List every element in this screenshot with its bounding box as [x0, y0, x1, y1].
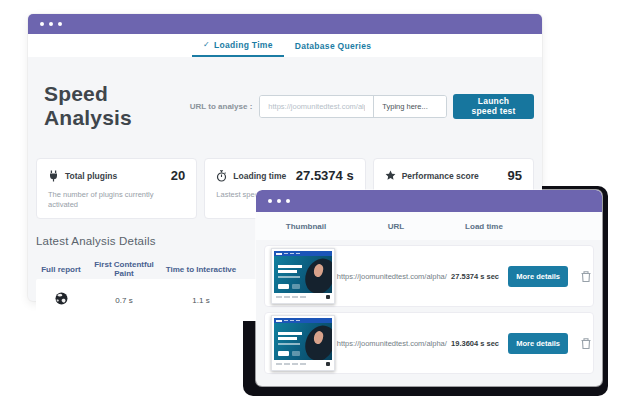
column-header: URL: [338, 222, 454, 231]
trash-icon[interactable]: [579, 269, 593, 284]
result-url: https://joomunitedtest.com/alpha/: [337, 272, 447, 281]
result-url: https://joomunitedtest.com/alpha/: [337, 339, 447, 348]
result-load-time: 19.3604 s sec: [447, 339, 503, 348]
tab-label: Loading Time: [214, 40, 273, 50]
tab-label: Database Queries: [295, 41, 372, 51]
check-icon: ✓: [203, 40, 210, 49]
result-row[interactable]: https://joomunitedtest.com/alpha/ 19.360…: [264, 312, 594, 374]
page: ✓ Loading Time Database Queries Speed An…: [0, 0, 630, 401]
window-dot: [40, 22, 44, 26]
window2-titlebar: [256, 190, 602, 212]
window-dot: [58, 22, 62, 26]
stopwatch-icon: [216, 170, 227, 182]
tab-loading-time[interactable]: ✓ Loading Time: [192, 34, 284, 57]
more-details-button[interactable]: More details: [508, 333, 568, 354]
result-load-time: 27.5374 s sec: [447, 272, 503, 281]
window-dot: [286, 199, 290, 203]
card-title: Loading time: [233, 171, 286, 181]
tti-value: 1.1 s: [162, 296, 240, 305]
card-value: 20: [171, 168, 185, 183]
site-thumbnail[interactable]: [271, 248, 335, 304]
column-header: Time to Interactive: [162, 265, 240, 274]
result-row[interactable]: https://joomunitedtest.com/alpha/ 27.537…: [264, 245, 594, 307]
card-title: Performance score: [402, 171, 479, 181]
plug-icon: [48, 170, 59, 182]
stat-card-total-plugins: Total plugins 20 The number of plugins c…: [36, 158, 197, 219]
fcp-value: 0.7 s: [86, 296, 162, 305]
page-title: Speed Analysis: [44, 82, 163, 130]
card-value: 95: [508, 168, 522, 183]
card-title: Total plugins: [65, 171, 117, 181]
column-header: Full report: [36, 265, 86, 274]
card-value: 27.5374 s: [296, 168, 354, 183]
more-details-button[interactable]: More details: [508, 266, 568, 287]
launch-speed-test-button[interactable]: Launch speed test: [453, 94, 534, 119]
tab-bar: ✓ Loading Time Database Queries: [28, 34, 542, 57]
typing-input[interactable]: [374, 96, 447, 117]
trash-icon[interactable]: [579, 336, 593, 351]
url-input-group: [259, 95, 447, 118]
column-header: Thumbnail: [274, 222, 338, 231]
results-table-header: Thumbnail URL Load time: [256, 212, 602, 240]
analysis-results-window: Thumbnail URL Load time https://joomunit…: [256, 190, 602, 386]
window-dot: [49, 22, 53, 26]
url-label: URL to analyse :: [190, 102, 253, 111]
star-icon: [385, 170, 396, 181]
column-header: First Contentful Paint: [86, 260, 162, 278]
window-dot: [268, 199, 272, 203]
tab-database-queries[interactable]: Database Queries: [284, 34, 383, 57]
url-input[interactable]: [260, 96, 374, 117]
site-thumbnail[interactable]: [271, 315, 335, 371]
card-description: The number of plugins currently activate…: [48, 190, 185, 210]
window-dot: [277, 199, 281, 203]
column-header: Load time: [454, 222, 514, 231]
globe-icon[interactable]: [55, 291, 68, 309]
window1-titlebar: [28, 14, 542, 34]
